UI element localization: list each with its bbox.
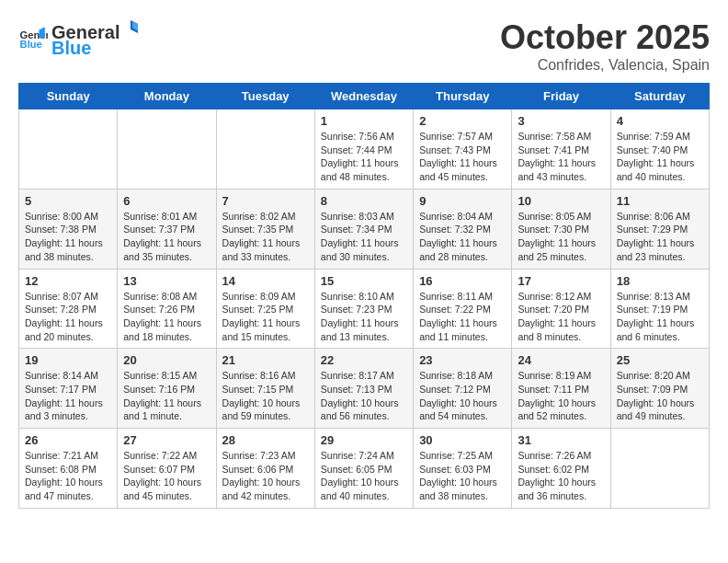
day-number: 24 bbox=[518, 353, 604, 367]
calendar-week-row: 26Sunrise: 7:21 AMSunset: 6:08 PMDayligh… bbox=[19, 429, 710, 509]
day-info: Sunrise: 8:01 AMSunset: 7:37 PMDaylight:… bbox=[123, 210, 210, 264]
day-number: 25 bbox=[617, 353, 703, 367]
calendar-cell: 27Sunrise: 7:22 AMSunset: 6:07 PMDayligh… bbox=[118, 429, 216, 509]
day-number: 16 bbox=[419, 274, 506, 288]
weekday-header-friday: Friday bbox=[512, 84, 610, 109]
day-number: 12 bbox=[25, 274, 111, 288]
day-info: Sunrise: 7:24 AMSunset: 6:05 PMDaylight:… bbox=[321, 449, 407, 503]
day-info: Sunrise: 8:16 AMSunset: 7:15 PMDaylight:… bbox=[222, 369, 309, 423]
day-info: Sunrise: 8:15 AMSunset: 7:16 PMDaylight:… bbox=[123, 369, 210, 423]
day-number: 21 bbox=[222, 353, 309, 367]
calendar-cell: 31Sunrise: 7:26 AMSunset: 6:02 PMDayligh… bbox=[512, 429, 610, 509]
calendar-cell: 11Sunrise: 8:06 AMSunset: 7:29 PMDayligh… bbox=[610, 189, 709, 269]
calendar-cell: 25Sunrise: 8:20 AMSunset: 7:09 PMDayligh… bbox=[610, 349, 709, 429]
calendar-cell: 15Sunrise: 8:10 AMSunset: 7:23 PMDayligh… bbox=[314, 269, 413, 349]
location-subtitle: Confrides, Valencia, Spain bbox=[500, 57, 710, 74]
day-info: Sunrise: 8:09 AMSunset: 7:25 PMDaylight:… bbox=[222, 290, 309, 344]
calendar-cell: 7Sunrise: 8:02 AMSunset: 7:35 PMDaylight… bbox=[216, 189, 314, 269]
calendar-cell: 2Sunrise: 7:57 AMSunset: 7:43 PMDaylight… bbox=[414, 109, 512, 190]
day-info: Sunrise: 7:22 AMSunset: 6:07 PMDaylight:… bbox=[123, 449, 210, 503]
calendar-cell: 20Sunrise: 8:15 AMSunset: 7:16 PMDayligh… bbox=[118, 349, 216, 429]
calendar-cell bbox=[118, 109, 216, 190]
day-info: Sunrise: 8:10 AMSunset: 7:23 PMDaylight:… bbox=[321, 290, 407, 344]
calendar-cell: 28Sunrise: 7:23 AMSunset: 6:06 PMDayligh… bbox=[216, 429, 314, 509]
calendar-cell: 21Sunrise: 8:16 AMSunset: 7:15 PMDayligh… bbox=[216, 349, 314, 429]
calendar-cell: 19Sunrise: 8:14 AMSunset: 7:17 PMDayligh… bbox=[19, 349, 118, 429]
day-number: 29 bbox=[321, 433, 407, 447]
day-info: Sunrise: 8:19 AMSunset: 7:11 PMDaylight:… bbox=[518, 369, 604, 423]
calendar-cell: 10Sunrise: 8:05 AMSunset: 7:30 PMDayligh… bbox=[512, 189, 610, 269]
day-number: 20 bbox=[123, 353, 210, 367]
day-number: 15 bbox=[321, 274, 407, 288]
day-number: 27 bbox=[123, 433, 210, 447]
day-number: 19 bbox=[25, 353, 111, 367]
day-number: 31 bbox=[518, 433, 604, 447]
day-info: Sunrise: 7:56 AMSunset: 7:44 PMDaylight:… bbox=[321, 130, 407, 184]
svg-text:Blue: Blue bbox=[20, 39, 42, 50]
day-info: Sunrise: 7:26 AMSunset: 6:02 PMDaylight:… bbox=[518, 449, 604, 503]
day-number: 23 bbox=[419, 353, 506, 367]
calendar-table: SundayMondayTuesdayWednesdayThursdayFrid… bbox=[18, 83, 710, 509]
calendar-cell bbox=[216, 109, 314, 190]
calendar-cell: 3Sunrise: 7:58 AMSunset: 7:41 PMDaylight… bbox=[512, 109, 610, 190]
day-number: 11 bbox=[617, 194, 703, 208]
day-info: Sunrise: 8:03 AMSunset: 7:34 PMDaylight:… bbox=[321, 210, 407, 264]
calendar-cell: 22Sunrise: 8:17 AMSunset: 7:13 PMDayligh… bbox=[314, 349, 413, 429]
day-info: Sunrise: 8:13 AMSunset: 7:19 PMDaylight:… bbox=[617, 290, 703, 344]
calendar-cell: 6Sunrise: 8:01 AMSunset: 7:37 PMDaylight… bbox=[118, 189, 216, 269]
month-year-title: October 2025 bbox=[500, 18, 710, 57]
title-section: October 2025 Confrides, Valencia, Spain bbox=[500, 18, 710, 74]
day-info: Sunrise: 8:18 AMSunset: 7:12 PMDaylight:… bbox=[419, 369, 506, 423]
day-info: Sunrise: 8:02 AMSunset: 7:35 PMDaylight:… bbox=[222, 210, 309, 264]
day-number: 7 bbox=[222, 194, 309, 208]
calendar-cell: 16Sunrise: 8:11 AMSunset: 7:22 PMDayligh… bbox=[414, 269, 512, 349]
day-info: Sunrise: 8:12 AMSunset: 7:20 PMDaylight:… bbox=[518, 290, 604, 344]
day-number: 18 bbox=[617, 274, 703, 288]
day-info: Sunrise: 7:59 AMSunset: 7:40 PMDaylight:… bbox=[617, 130, 703, 184]
logo-icon: General Blue bbox=[18, 24, 48, 53]
day-info: Sunrise: 8:11 AMSunset: 7:22 PMDaylight:… bbox=[419, 290, 506, 344]
calendar-cell: 5Sunrise: 8:00 AMSunset: 7:38 PMDaylight… bbox=[19, 189, 118, 269]
day-info: Sunrise: 8:04 AMSunset: 7:32 PMDaylight:… bbox=[419, 210, 506, 264]
day-info: Sunrise: 7:25 AMSunset: 6:03 PMDaylight:… bbox=[419, 449, 506, 503]
calendar-cell: 1Sunrise: 7:56 AMSunset: 7:44 PMDaylight… bbox=[314, 109, 413, 190]
day-number: 5 bbox=[25, 194, 111, 208]
calendar-cell: 23Sunrise: 8:18 AMSunset: 7:12 PMDayligh… bbox=[414, 349, 512, 429]
calendar-cell: 12Sunrise: 8:07 AMSunset: 7:28 PMDayligh… bbox=[19, 269, 118, 349]
day-info: Sunrise: 8:08 AMSunset: 7:26 PMDaylight:… bbox=[123, 290, 210, 344]
calendar-week-row: 19Sunrise: 8:14 AMSunset: 7:17 PMDayligh… bbox=[19, 349, 710, 429]
logo-wing-icon bbox=[119, 18, 140, 39]
day-number: 4 bbox=[617, 114, 703, 128]
weekday-header-sunday: Sunday bbox=[19, 84, 118, 109]
weekday-header-tuesday: Tuesday bbox=[216, 84, 314, 109]
day-info: Sunrise: 7:21 AMSunset: 6:08 PMDaylight:… bbox=[25, 449, 111, 503]
calendar-week-row: 5Sunrise: 8:00 AMSunset: 7:38 PMDaylight… bbox=[19, 189, 710, 269]
calendar-cell bbox=[19, 109, 118, 190]
day-number: 26 bbox=[25, 433, 111, 447]
day-info: Sunrise: 7:23 AMSunset: 6:06 PMDaylight:… bbox=[222, 449, 309, 503]
calendar-cell: 13Sunrise: 8:08 AMSunset: 7:26 PMDayligh… bbox=[118, 269, 216, 349]
day-info: Sunrise: 8:05 AMSunset: 7:30 PMDaylight:… bbox=[518, 210, 604, 264]
day-number: 14 bbox=[222, 274, 309, 288]
calendar-cell: 18Sunrise: 8:13 AMSunset: 7:19 PMDayligh… bbox=[610, 269, 709, 349]
calendar-cell: 29Sunrise: 7:24 AMSunset: 6:05 PMDayligh… bbox=[314, 429, 413, 509]
calendar-header-row: SundayMondayTuesdayWednesdayThursdayFrid… bbox=[19, 84, 710, 109]
weekday-header-saturday: Saturday bbox=[610, 84, 709, 109]
day-info: Sunrise: 8:17 AMSunset: 7:13 PMDaylight:… bbox=[321, 369, 407, 423]
day-info: Sunrise: 8:14 AMSunset: 7:17 PMDaylight:… bbox=[25, 369, 111, 423]
day-number: 28 bbox=[222, 433, 309, 447]
day-number: 13 bbox=[123, 274, 210, 288]
day-info: Sunrise: 8:00 AMSunset: 7:38 PMDaylight:… bbox=[25, 210, 111, 264]
day-info: Sunrise: 8:06 AMSunset: 7:29 PMDaylight:… bbox=[617, 210, 703, 264]
weekday-header-monday: Monday bbox=[118, 84, 216, 109]
day-info: Sunrise: 7:57 AMSunset: 7:43 PMDaylight:… bbox=[419, 130, 506, 184]
calendar-week-row: 12Sunrise: 8:07 AMSunset: 7:28 PMDayligh… bbox=[19, 269, 710, 349]
calendar-cell: 4Sunrise: 7:59 AMSunset: 7:40 PMDaylight… bbox=[610, 109, 709, 190]
calendar-cell: 9Sunrise: 8:04 AMSunset: 7:32 PMDaylight… bbox=[414, 189, 512, 269]
day-number: 1 bbox=[321, 114, 407, 128]
day-number: 6 bbox=[123, 194, 210, 208]
day-info: Sunrise: 8:07 AMSunset: 7:28 PMDaylight:… bbox=[25, 290, 111, 344]
calendar-week-row: 1Sunrise: 7:56 AMSunset: 7:44 PMDaylight… bbox=[19, 109, 710, 190]
calendar-cell: 24Sunrise: 8:19 AMSunset: 7:11 PMDayligh… bbox=[512, 349, 610, 429]
day-number: 22 bbox=[321, 353, 407, 367]
